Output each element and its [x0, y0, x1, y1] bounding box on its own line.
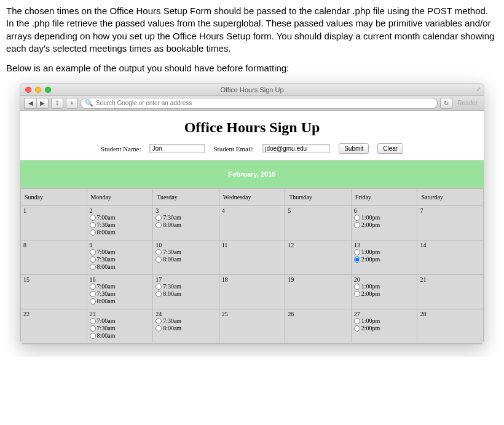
calendar-cell: 28	[417, 309, 484, 344]
reload-button[interactable]: ↻	[440, 98, 452, 109]
weekday-header: Monday	[87, 189, 153, 206]
time-slot-label: 1:00pm	[361, 283, 380, 290]
day-number: 15	[23, 276, 84, 283]
student-name-input[interactable]	[149, 144, 205, 153]
time-slot-radio[interactable]	[90, 291, 96, 297]
time-slot: 1:00pm	[354, 283, 415, 290]
day-number: 12	[288, 242, 348, 248]
time-slot-radio[interactable]	[156, 256, 162, 263]
signup-form: Student Name: Student Email: Submit Clea…	[20, 143, 484, 160]
time-slot: 7:30am	[156, 214, 216, 221]
time-slot-radio[interactable]	[354, 291, 360, 297]
time-slot-label: 7:00am	[97, 317, 116, 325]
weekday-header: Thursday	[285, 189, 352, 206]
time-slot-radio[interactable]	[90, 249, 96, 255]
day-number: 19	[288, 276, 348, 283]
time-slot: 7:30am	[156, 283, 216, 290]
time-slot-label: 7:30am	[97, 256, 116, 263]
calendar-cell: 247:30am8:00am	[153, 309, 219, 344]
add-tab-button[interactable]: +	[66, 98, 78, 109]
time-slot-radio[interactable]	[354, 256, 360, 263]
address-input[interactable]	[96, 100, 433, 106]
time-slot-label: 1:00pm	[361, 248, 380, 256]
day-number: 5	[288, 207, 348, 214]
time-slot-label: 8:00am	[97, 332, 116, 340]
calendar-cell: 14	[417, 240, 484, 275]
time-slot-radio[interactable]	[156, 291, 162, 297]
reader-button[interactable]: Reader	[455, 100, 480, 106]
time-slot-radio[interactable]	[90, 222, 96, 228]
browser-window: Office Hours Sign Up ⤢ ◀ ▶ ⇪ + 🔍 ↻ Reade…	[20, 83, 484, 344]
time-slot: 2:00pm	[354, 221, 415, 229]
time-slot-radio[interactable]	[156, 284, 162, 290]
time-slot: 7:30am	[156, 317, 216, 325]
time-slot-radio[interactable]	[90, 256, 96, 263]
search-icon: 🔍	[85, 99, 93, 107]
submit-button[interactable]: Submit	[339, 143, 369, 154]
forward-button[interactable]: ▶	[36, 98, 49, 109]
time-slot-radio[interactable]	[156, 222, 162, 228]
fullscreen-icon[interactable]: ⤢	[476, 86, 481, 92]
weekday-header: Tuesday	[153, 189, 219, 206]
student-name-label: Student Name:	[101, 145, 141, 153]
calendar-table: SundayMondayTuesdayWednesdayThursdayFrid…	[20, 188, 484, 344]
time-slot-label: 7:00am	[97, 283, 116, 290]
time-slot-label: 8:00am	[97, 229, 116, 236]
time-slot: 7:30am	[90, 325, 151, 332]
time-slot-radio[interactable]	[354, 249, 360, 255]
time-slot-radio[interactable]	[90, 215, 96, 221]
time-slot-radio[interactable]	[354, 318, 360, 324]
time-slot: 8:00am	[90, 263, 151, 271]
share-button[interactable]: ⇪	[51, 98, 63, 109]
time-slot-radio[interactable]	[354, 325, 360, 332]
time-slot-radio[interactable]	[90, 284, 96, 290]
student-email-label: Student Email:	[213, 145, 254, 153]
time-slot: 7:00am	[90, 283, 151, 290]
day-number: 27	[354, 311, 415, 317]
time-slot-radio[interactable]	[354, 222, 360, 228]
time-slot-radio[interactable]	[156, 215, 162, 221]
day-number: 9	[90, 242, 151, 248]
time-slot-label: 2:00pm	[361, 325, 380, 332]
student-email-input[interactable]	[262, 144, 330, 153]
calendar-cell: 11	[219, 240, 285, 275]
time-slot-radio[interactable]	[156, 249, 162, 255]
day-number: 3	[156, 207, 216, 214]
day-number: 25	[222, 311, 283, 317]
time-slot: 7:00am	[90, 248, 151, 256]
time-slot-radio[interactable]	[354, 215, 360, 221]
time-slot-label: 2:00pm	[361, 221, 380, 229]
time-slot-label: 8:00am	[163, 290, 181, 298]
calendar-cell: 107:30am8:00am	[153, 240, 219, 275]
time-slot-radio[interactable]	[90, 318, 96, 324]
time-slot-radio[interactable]	[90, 229, 96, 236]
time-slot-label: 7:30am	[97, 221, 116, 229]
time-slot-radio[interactable]	[90, 298, 96, 304]
instruction-para1: The chosen times on the Office Hours Set…	[6, 5, 498, 55]
calendar-cell: 27:00am7:30am8:00am	[87, 206, 153, 240]
calendar-cell: 1	[21, 206, 87, 240]
time-slot: 8:00am	[156, 221, 216, 229]
day-number: 6	[354, 207, 415, 214]
time-slot-radio[interactable]	[156, 325, 162, 332]
time-slot-radio[interactable]	[90, 325, 96, 332]
address-bar[interactable]: 🔍	[81, 98, 438, 109]
time-slot: 7:30am	[90, 221, 151, 229]
time-slot-radio[interactable]	[90, 264, 96, 270]
time-slot: 7:00am	[90, 317, 151, 325]
day-number: 14	[420, 242, 481, 248]
time-slot-label: 8:00am	[163, 256, 181, 263]
weekday-header: Friday	[351, 189, 417, 206]
calendar-cell: 7	[417, 206, 484, 240]
clear-button[interactable]: Clear	[377, 143, 403, 154]
weekday-header: Saturday	[417, 189, 484, 206]
time-slot-radio[interactable]	[156, 318, 162, 324]
weekday-header: Wednesday	[219, 189, 285, 206]
time-slot: 7:30am	[156, 248, 216, 256]
back-button[interactable]: ◀	[24, 98, 36, 109]
time-slot-radio[interactable]	[90, 333, 96, 339]
page-title: Office Hours Sign Up	[20, 117, 484, 143]
time-slot-label: 7:00am	[97, 214, 116, 221]
window-title: Office Hours Sign Up	[20, 86, 484, 93]
time-slot-radio[interactable]	[354, 284, 360, 290]
